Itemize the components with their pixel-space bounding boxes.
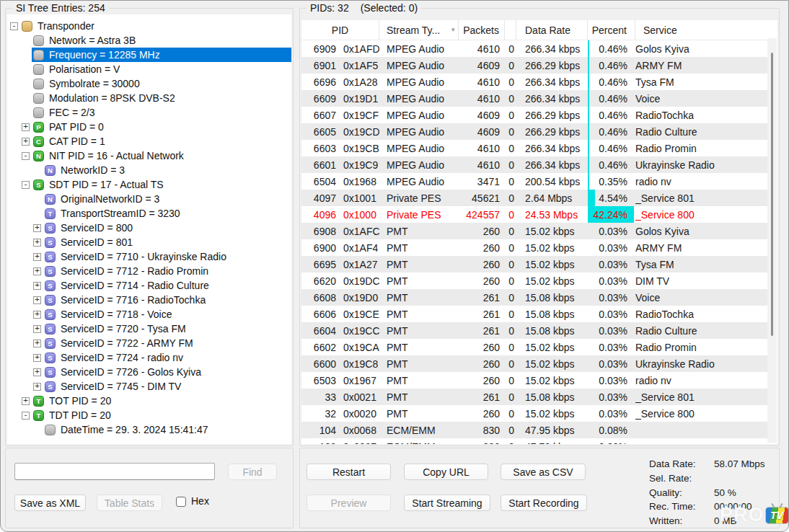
tree-node[interactable]: DateTime = 29. 3. 2024 15:41:47 [7, 422, 291, 437]
expand-icon[interactable]: + [33, 325, 41, 333]
tree-node[interactable]: +SServiceID = 7712 - Radio Promin [7, 264, 291, 278]
tree-node[interactable]: -NNIT PID = 16 - Actual Network [7, 148, 291, 163]
tree-node-selected[interactable]: Frequency = 12285 MHz [32, 48, 291, 62]
tree-node[interactable]: +TTOT PID = 20 [7, 394, 291, 408]
column-header-cc[interactable] [505, 20, 516, 40]
tree-node[interactable]: Modulation = 8PSK DVB-S2 [7, 91, 291, 105]
tree-node-band[interactable]: SServiceID = 7726 - Golos Kyiva [43, 365, 291, 379]
collapse-icon[interactable]: - [22, 181, 30, 189]
expand-icon[interactable]: + [33, 224, 41, 232]
tree-node-band[interactable]: Modulation = 8PSK DVB-S2 [32, 91, 291, 105]
pid-row[interactable]: 66040x19CCPMT261015.08 kbps0.03%Radio Cu… [301, 322, 767, 339]
pid-row[interactable]: 40960x1000Private PES424557024.53 Mbps42… [301, 206, 767, 223]
tree-node-band[interactable]: SServiceID = 7712 - Radio Promin [43, 264, 291, 278]
pid-row[interactable]: 330x0021PMT261015.08 kbps0.03%_Service 8… [301, 389, 767, 405]
pid-row[interactable]: 320x0020PMT260015.02 kbps0.03%_Service 8… [301, 405, 767, 422]
tree-node[interactable]: +SServiceID = 7716 - RadioTochka [7, 293, 291, 307]
pid-row[interactable]: 66020x19CAPMT260015.02 kbps0.03%Radio Pr… [301, 339, 767, 355]
tree-node-band[interactable]: SSDT PID = 17 - Actual TS [32, 177, 291, 192]
column-header-packets[interactable]: Packets [459, 20, 505, 40]
pid-row[interactable]: 66200x19DCPMT260015.02 kbps0.03%DIM TV [301, 272, 767, 289]
column-header-pid[interactable]: PID [301, 20, 379, 40]
search-input[interactable] [14, 463, 215, 480]
pid-row[interactable]: 69010x1AF5MPEG Audio46090266.29 kbps0.46… [301, 57, 767, 74]
tree-node-band[interactable]: SServiceID = 7710 - Ukrayinske Radio [43, 249, 291, 264]
pid-row[interactable]: 1030x0067ECM/EMM836047.73 kbps0.08% [301, 438, 767, 444]
start-recording-button[interactable]: Start Recording [501, 495, 587, 511]
expand-icon[interactable]: + [22, 138, 30, 146]
tree-node-band[interactable]: Network = Astra 3B [32, 33, 291, 48]
tree-node[interactable]: +SServiceID = 7718 - Voice [7, 307, 291, 322]
expand-icon[interactable]: + [22, 397, 30, 405]
tree-node[interactable]: +SServiceID = 7720 - Tysa FM [7, 322, 291, 336]
tree-node[interactable]: +SServiceID = 7710 - Ukrayinske Radio [7, 249, 291, 264]
tree-node-band[interactable]: NNIT PID = 16 - Actual Network [32, 148, 291, 163]
expand-icon[interactable]: + [33, 340, 41, 347]
expand-icon[interactable]: + [33, 267, 41, 275]
column-header-stream-type[interactable]: Stream Ty...▼ [379, 20, 459, 40]
tree-node-band[interactable]: SServiceID = 800 [43, 221, 291, 235]
tree-node-band[interactable]: Symbolrate = 30000 [32, 76, 291, 91]
column-header-data-rate[interactable]: Data Rate [516, 20, 588, 40]
si-tree[interactable]: -TransponderNetwork = Astra 3BFrequency … [7, 14, 291, 444]
pid-row[interactable]: 69000x1AF4PMT260015.02 kbps0.03%ARMY FM [301, 239, 767, 256]
tree-node-band[interactable]: SServiceID = 7716 - RadioTochka [43, 293, 291, 307]
tree-node[interactable]: +SServiceID = 7722 - ARMY FM [7, 336, 291, 350]
copy-url-button[interactable]: Copy URL [404, 464, 488, 480]
tree-node[interactable]: +SServiceID = 7726 - Golos Kyiva [7, 365, 291, 379]
tree-node-band[interactable]: Polarisation = V [32, 62, 291, 76]
tree-node-band[interactable]: NNetworkID = 3 [43, 163, 291, 177]
tree-node-band[interactable]: TTOT PID = 20 [32, 394, 291, 408]
tree-node[interactable]: Frequency = 12285 MHz [7, 48, 291, 62]
tree-node-band[interactable]: SServiceID = 7718 - Voice [43, 307, 291, 322]
save-as-csv-button[interactable]: Save as CSV [501, 464, 586, 480]
pid-row[interactable]: 65030x1967PMT260015.02 kbps0.03%radio nv [301, 372, 767, 389]
tree-node-band[interactable]: NOriginalNetworkID = 3 [43, 192, 291, 206]
start-streaming-button[interactable]: Start Streaming [404, 495, 490, 511]
expand-icon[interactable]: + [33, 354, 41, 362]
tree-node[interactable]: NOriginalNetworkID = 3 [7, 192, 291, 206]
tree-node[interactable]: +PPAT PID = 0 [7, 120, 291, 134]
pid-row[interactable]: 66000x19C8PMT260015.02 kbps0.03%Ukrayins… [301, 355, 767, 372]
pid-row[interactable]: 66950x1A27PMT260015.02 kbps0.03%Tysa FM [301, 256, 767, 272]
pid-row[interactable]: 1040x0068ECM/EMM830047.95 kbps0.08% [301, 422, 767, 438]
pid-row[interactable]: 66080x19D0PMT261015.08 kbps0.03%Voice [301, 289, 767, 306]
tree-node-band[interactable]: SServiceID = 7745 - DIM TV [43, 379, 291, 394]
column-header-service[interactable]: Service [635, 20, 767, 40]
tree-node[interactable]: +CCAT PID = 1 [7, 134, 291, 148]
pid-row[interactable]: 66070x19CFMPEG Audio46090266.29 kbps0.46… [301, 107, 767, 123]
tree-node[interactable]: -Transponder [7, 19, 291, 33]
tree-node[interactable]: -SSDT PID = 17 - Actual TS [7, 177, 291, 192]
collapse-icon[interactable]: - [22, 152, 30, 160]
vertical-scrollbar[interactable] [767, 38, 777, 443]
pid-row[interactable]: 66090x19D1MPEG Audio46100266.34 kbps0.46… [301, 90, 767, 107]
tree-node[interactable]: +SServiceID = 800 [7, 221, 291, 235]
tree-node-band[interactable]: TTransportStreamID = 3230 [43, 206, 291, 221]
tree-node[interactable]: Symbolrate = 30000 [7, 76, 291, 91]
tree-node-band[interactable]: DateTime = 29. 3. 2024 15:41:47 [43, 422, 291, 437]
tree-node-band[interactable]: PPAT PID = 0 [32, 120, 291, 134]
tree-node[interactable]: FEC = 2/3 [7, 105, 291, 120]
tree-node-band[interactable]: SServiceID = 7724 - radio nv [43, 350, 291, 365]
collapse-icon[interactable]: - [10, 22, 18, 30]
restart-button[interactable]: Restart [307, 464, 391, 480]
tree-node[interactable]: Network = Astra 3B [7, 33, 291, 48]
expand-icon[interactable]: + [33, 383, 41, 391]
pid-row[interactable]: 66060x19CEPMT261015.08 kbps0.03%RadioToc… [301, 306, 767, 322]
tree-node-band[interactable]: SServiceID = 7714 - Radio Culture [43, 278, 291, 293]
expand-icon[interactable]: + [33, 311, 41, 319]
pid-row[interactable]: 69090x1AFDMPEG Audio46100266.34 kbps0.46… [301, 40, 767, 57]
preview-button[interactable]: Preview [307, 495, 391, 511]
tree-node-band[interactable]: FEC = 2/3 [32, 105, 291, 120]
expand-icon[interactable]: + [22, 123, 30, 131]
table-stats-button[interactable]: Table Stats [97, 495, 162, 511]
tree-node[interactable]: TTransportStreamID = 3230 [7, 206, 291, 221]
expand-icon[interactable]: + [33, 282, 41, 290]
tree-node-band[interactable]: SServiceID = 7720 - Tysa FM [43, 322, 291, 336]
collapse-icon[interactable]: - [22, 412, 30, 420]
tree-node[interactable]: -TTDT PID = 20 [7, 408, 291, 422]
tree-node[interactable]: +SServiceID = 7724 - radio nv [7, 350, 291, 365]
tree-node[interactable]: +SServiceID = 801 [7, 235, 291, 249]
pid-row[interactable]: 69080x1AFCPMT260015.02 kbps0.03%Golos Ky… [301, 223, 767, 239]
expand-icon[interactable]: + [33, 239, 41, 247]
